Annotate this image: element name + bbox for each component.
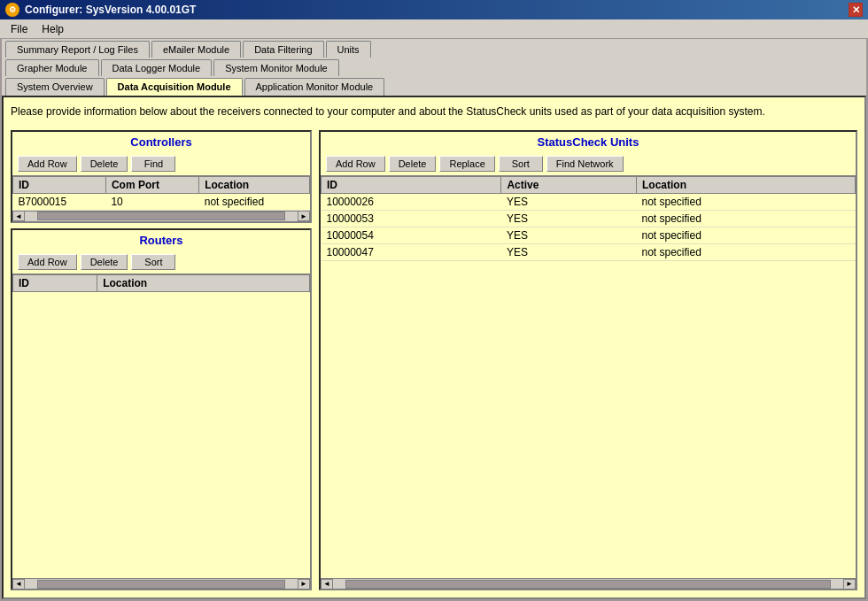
controllers-table: ID Com Port Location B7000015 10 not spe… [12, 175, 310, 211]
statuscheck-cell-location: not specified [636, 210, 855, 227]
statuscheck-cell-active: YES [501, 193, 637, 210]
statuscheck-find-network-button[interactable]: Find Network [546, 156, 624, 172]
routers-table: ID Location [12, 274, 310, 578]
routers-scroll-thumb[interactable] [37, 580, 285, 589]
tab-system-overview[interactable]: System Overview [5, 78, 105, 96]
statuscheck-cell-id: 10000026 [322, 193, 501, 210]
routers-col-id: ID [13, 274, 97, 291]
statuscheck-table: ID Active Location 10000026 YES not spec… [321, 175, 856, 578]
statuscheck-cell-id: 10000053 [322, 210, 501, 227]
statuscheck-cell-location: not specified [636, 243, 855, 260]
menu-file[interactable]: File [4, 21, 35, 37]
tab-application-monitor[interactable]: Application Monitor Module [244, 78, 385, 96]
statuscheck-cell-active: YES [501, 210, 637, 227]
description-text: Please provide information below about t… [11, 104, 857, 119]
tab-data-acquisition[interactable]: Data Acquisition Module [106, 78, 243, 96]
statuscheck-delete-button[interactable]: Delete [389, 156, 437, 172]
controllers-toolbar: Add Row Delete Find [12, 152, 310, 175]
routers-scroll-left-btn[interactable]: ◄ [12, 579, 25, 589]
statuscheck-cell-id: 10000054 [322, 227, 501, 243]
statuscheck-sort-button[interactable]: Sort [499, 156, 543, 172]
tab-grapher-module[interactable]: Grapher Module [5, 59, 99, 76]
close-button[interactable]: ✕ [849, 3, 863, 17]
content-area: Please provide information below about t… [2, 96, 866, 599]
right-panel: StatusCheck Units Add Row Delete Replace… [319, 130, 857, 590]
controllers-title: Controllers [12, 132, 310, 152]
statuscheck-replace-button[interactable]: Replace [439, 156, 494, 172]
table-row[interactable]: 10000054 YES not specified [322, 227, 856, 243]
statuscheck-cell-active: YES [501, 227, 637, 243]
tab-data-filtering[interactable]: Data Filtering [243, 41, 323, 58]
left-panel: Controllers Add Row Delete Find ID Com P… [11, 130, 312, 590]
scroll-left-btn[interactable]: ◄ [12, 211, 25, 221]
panels-row: Controllers Add Row Delete Find ID Com P… [11, 130, 857, 590]
menubar: File Help [0, 19, 868, 39]
statuscheck-scroll-left-btn[interactable]: ◄ [321, 579, 333, 589]
statuscheck-toolbar: Add Row Delete Replace Sort Find Network [321, 152, 856, 175]
controllers-section: Controllers Add Row Delete Find ID Com P… [11, 130, 312, 223]
app-icon: ⚙ [5, 3, 19, 17]
menu-help[interactable]: Help [35, 21, 71, 37]
tab-data-logger[interactable]: Data Logger Module [101, 59, 213, 76]
tab-system-monitor[interactable]: System Monitor Module [213, 59, 339, 76]
controllers-find-button[interactable]: Find [131, 156, 175, 172]
routers-title: Routers [12, 230, 310, 250]
controllers-delete-button[interactable]: Delete [81, 156, 128, 172]
routers-scrollbar[interactable]: ◄ ► [12, 578, 310, 589]
statuscheck-scrollbar[interactable]: ◄ ► [321, 578, 856, 589]
titlebar: ⚙ Configurer: SysVersion 4.00.01GT ✕ [0, 0, 868, 19]
controllers-col-comport: Com Port [105, 176, 198, 193]
tab-units[interactable]: Units [326, 41, 371, 58]
controllers-cell-comport: 10 [105, 193, 198, 210]
statuscheck-add-row-button[interactable]: Add Row [326, 156, 385, 172]
tab-row-2: Grapher Module Data Logger Module System… [2, 58, 866, 76]
controllers-add-row-button[interactable]: Add Row [18, 156, 77, 172]
table-row[interactable]: 10000026 YES not specified [322, 193, 856, 210]
table-row[interactable]: B7000015 10 not specified [13, 193, 310, 210]
controllers-scrollbar[interactable]: ◄ ► [12, 211, 310, 221]
statuscheck-cell-location: not specified [636, 227, 855, 243]
statuscheck-col-active: Active [501, 176, 637, 193]
routers-col-location: Location [97, 274, 310, 291]
tab-row-3: System Overview Data Acquisition Module … [2, 76, 866, 96]
routers-sort-button[interactable]: Sort [131, 254, 175, 270]
statuscheck-scroll-thumb[interactable] [345, 580, 831, 589]
statuscheck-cell-location: not specified [636, 193, 855, 210]
controllers-cell-id: B7000015 [13, 193, 106, 210]
routers-add-row-button[interactable]: Add Row [18, 254, 77, 270]
table-row[interactable]: 10000053 YES not specified [322, 210, 856, 227]
titlebar-title: Configurer: SysVersion 4.00.01GT [25, 4, 196, 16]
statuscheck-scroll-right-btn[interactable]: ► [843, 579, 856, 589]
controllers-col-id: ID [13, 176, 106, 193]
controllers-col-location: Location [199, 176, 310, 193]
tab-row-1: Summary Report / Log Files eMailer Modul… [2, 39, 866, 58]
tab-summary-report[interactable]: Summary Report / Log Files [5, 41, 150, 58]
routers-scroll-right-btn[interactable]: ► [298, 579, 310, 589]
controllers-cell-location: not specified [199, 193, 310, 210]
statuscheck-title: StatusCheck Units [321, 132, 856, 152]
routers-section: Routers Add Row Delete Sort ID Location [11, 228, 312, 590]
statuscheck-col-location: Location [636, 176, 855, 193]
table-row[interactable]: 10000047 YES not specified [322, 243, 856, 260]
routers-toolbar: Add Row Delete Sort [12, 250, 310, 274]
statuscheck-cell-active: YES [501, 243, 637, 260]
scroll-thumb[interactable] [37, 212, 285, 220]
statuscheck-col-id: ID [322, 176, 501, 193]
main-window: Summary Report / Log Files eMailer Modul… [0, 39, 868, 601]
routers-delete-button[interactable]: Delete [81, 254, 128, 270]
scroll-right-btn[interactable]: ► [298, 211, 310, 221]
tab-emailer-module[interactable]: eMailer Module [151, 41, 241, 58]
statuscheck-cell-id: 10000047 [322, 243, 501, 260]
statuscheck-section: StatusCheck Units Add Row Delete Replace… [319, 130, 857, 590]
